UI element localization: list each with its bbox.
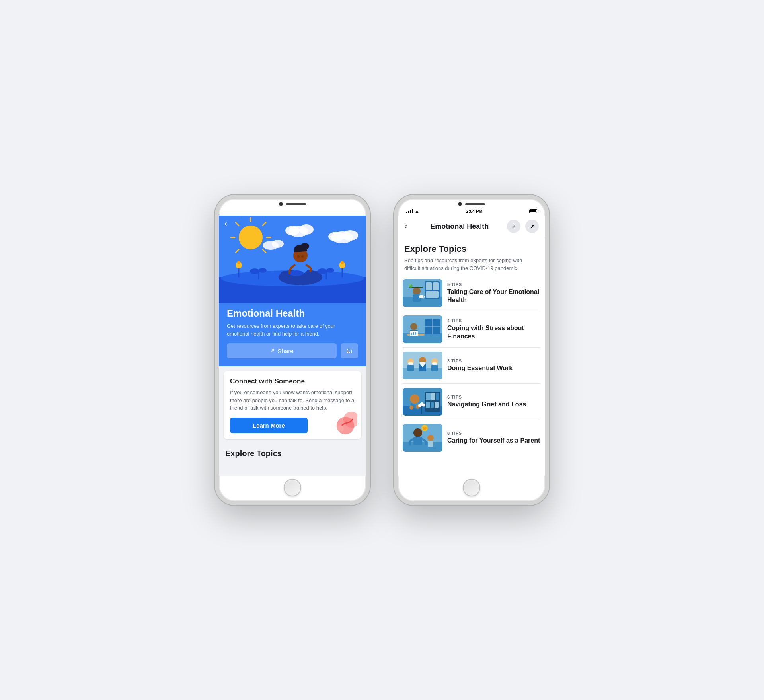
svg-rect-72 bbox=[420, 362, 425, 365]
svg-rect-77 bbox=[422, 364, 423, 367]
svg-point-97 bbox=[413, 428, 422, 437]
topic-name-finances: Coping with Stress about Finances bbox=[447, 324, 540, 341]
phone-2-scroll[interactable]: Explore Topics See tips and resources fr… bbox=[398, 237, 545, 476]
topic-item-essential[interactable]: 3 TIPS Doing Essential Work bbox=[403, 348, 540, 384]
signal-icon-2 bbox=[406, 209, 413, 213]
explore-topics-title: Explore Topics bbox=[404, 244, 539, 254]
svg-point-88 bbox=[410, 394, 419, 404]
p2-page-title: Emotional Health bbox=[412, 222, 507, 231]
share-icon: ↗ bbox=[270, 347, 275, 354]
svg-rect-68 bbox=[407, 364, 414, 371]
svg-rect-86 bbox=[431, 402, 434, 408]
svg-rect-85 bbox=[426, 402, 430, 408]
topic-tips-finances: 4 TIPS bbox=[447, 318, 540, 323]
topic-item-finances[interactable]: 4 TIPS Coping with Stress about Finances bbox=[403, 311, 540, 348]
hero-title: Emotional Health bbox=[227, 308, 358, 319]
svg-point-18 bbox=[272, 240, 284, 248]
svg-point-31 bbox=[341, 261, 344, 264]
status-right-2 bbox=[529, 209, 537, 213]
topic-info-grief: 6 TIPS Navigating Grief and Loss bbox=[447, 395, 540, 409]
svg-rect-63 bbox=[413, 332, 414, 335]
topic-info-parent: 8 TIPS Caring for Yourself as a Parent bbox=[447, 431, 540, 445]
svg-rect-44 bbox=[426, 282, 432, 290]
hero-back-button[interactable]: ‹ bbox=[224, 219, 227, 228]
speaker-2 bbox=[465, 203, 485, 205]
topic-list: 5 TIPS Taking Care of Your Emotional Hea… bbox=[398, 275, 545, 456]
svg-rect-45 bbox=[433, 282, 439, 290]
status-time-2: 2:04 PM bbox=[466, 209, 483, 214]
share-button[interactable]: ↗ Share bbox=[227, 343, 337, 358]
topic-info-essential: 3 TIPS Doing Essential Work bbox=[447, 358, 540, 373]
wifi-icon-2: ▲ bbox=[415, 208, 419, 214]
topic-thumb-finances bbox=[403, 315, 442, 343]
svg-point-93 bbox=[418, 404, 421, 407]
status-time: 2:04 PM bbox=[287, 209, 304, 214]
wifi-icon: ▲ bbox=[236, 208, 240, 214]
svg-rect-81 bbox=[426, 393, 431, 400]
svg-point-94 bbox=[423, 404, 425, 407]
svg-point-12 bbox=[299, 224, 314, 235]
svg-rect-69 bbox=[408, 362, 413, 365]
phone-1: ▲ 2:04 PM ‹ bbox=[215, 195, 370, 505]
p2-back-button[interactable]: ‹ bbox=[404, 221, 407, 231]
phone-2-top bbox=[398, 199, 545, 207]
phone-1-top bbox=[219, 199, 366, 207]
explore-subtitle: See tips and resources from experts for … bbox=[404, 257, 539, 272]
svg-point-33 bbox=[250, 268, 259, 274]
svg-point-22 bbox=[289, 270, 304, 276]
home-button-area-2 bbox=[398, 476, 545, 501]
topic-thumb-essential bbox=[403, 352, 442, 379]
speaker bbox=[286, 203, 306, 205]
svg-point-36 bbox=[318, 268, 327, 274]
explore-topics-label: Explore Topics bbox=[219, 444, 366, 461]
topic-tips-parent: 8 TIPS bbox=[447, 431, 540, 436]
svg-point-51 bbox=[409, 284, 411, 286]
battery-icon bbox=[350, 209, 358, 213]
svg-point-13 bbox=[285, 226, 300, 235]
svg-point-25 bbox=[301, 255, 304, 258]
svg-point-40 bbox=[337, 425, 344, 432]
svg-point-58 bbox=[410, 323, 417, 330]
phone-2: ▲ 2:04 PM ‹ Emotional Health ✓ ↗ Explore… bbox=[394, 195, 549, 505]
explore-header: Explore Topics See tips and resources fr… bbox=[398, 237, 545, 275]
home-button-area bbox=[219, 476, 366, 501]
phone-1-content: ‹ bbox=[219, 216, 366, 476]
svg-rect-75 bbox=[432, 362, 437, 365]
learn-more-button[interactable]: Learn More bbox=[230, 418, 308, 433]
p2-bookmark-button[interactable]: ✓ bbox=[507, 220, 520, 233]
svg-point-37 bbox=[326, 268, 334, 273]
topic-item-parent[interactable]: 8 TIPS Caring for Yourself as a Parent bbox=[403, 420, 540, 456]
connect-illustration bbox=[329, 408, 357, 436]
hero-action-row: ↗ Share 🗂 bbox=[227, 343, 358, 358]
svg-rect-98 bbox=[413, 437, 422, 445]
topic-item-grief[interactable]: 6 TIPS Navigating Grief and Loss bbox=[403, 384, 540, 420]
topic-name-grief: Navigating Grief and Loss bbox=[447, 401, 540, 409]
home-button-2[interactable] bbox=[463, 479, 480, 496]
share-label: Share bbox=[277, 348, 293, 354]
camera-row-2 bbox=[458, 202, 485, 206]
connect-title: Connect with Someone bbox=[230, 377, 355, 385]
bookmark-button[interactable]: 🗂 bbox=[341, 343, 358, 358]
svg-point-15 bbox=[342, 230, 358, 241]
svg-rect-87 bbox=[435, 402, 439, 408]
front-camera-2 bbox=[458, 202, 462, 206]
front-camera bbox=[279, 202, 283, 206]
svg-point-47 bbox=[413, 287, 421, 295]
home-button[interactable] bbox=[284, 479, 301, 496]
connect-card: Connect with Someone If you or someone y… bbox=[224, 371, 361, 439]
status-left-2: ▲ bbox=[406, 208, 419, 214]
svg-rect-62 bbox=[411, 333, 412, 335]
battery-icon-2 bbox=[529, 209, 537, 213]
p2-nav-header: ‹ Emotional Health ✓ ↗ bbox=[398, 216, 545, 237]
svg-rect-83 bbox=[436, 393, 439, 400]
p2-share-button[interactable]: ↗ bbox=[525, 220, 539, 233]
status-bar-1: ▲ 2:04 PM bbox=[219, 207, 366, 216]
svg-point-99 bbox=[427, 435, 434, 441]
p2-action-buttons: ✓ ↗ bbox=[507, 220, 539, 233]
status-left: ▲ bbox=[227, 208, 240, 214]
svg-point-28 bbox=[237, 261, 240, 264]
svg-rect-48 bbox=[413, 294, 421, 302]
topic-item-emotional[interactable]: 5 TIPS Taking Care of Your Emotional Hea… bbox=[403, 275, 540, 311]
svg-rect-82 bbox=[431, 393, 435, 400]
phone-1-scroll[interactable]: Connect with Someone If you or someone y… bbox=[219, 366, 366, 476]
